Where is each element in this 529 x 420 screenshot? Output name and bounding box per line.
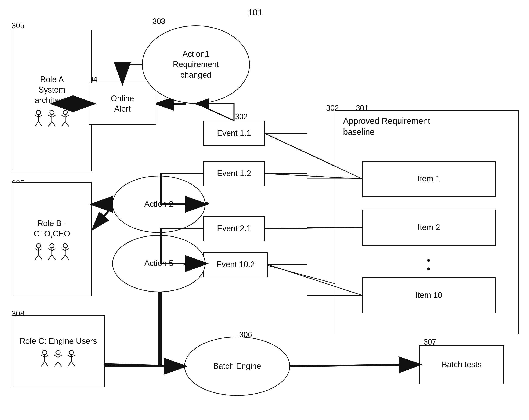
item2-label: Item 2	[418, 222, 440, 233]
event-11-label: Event 1.1	[217, 128, 251, 138]
dots: ••	[427, 256, 431, 273]
figure-a3	[60, 110, 71, 127]
svg-line-34	[35, 249, 39, 251]
svg-line-43	[52, 255, 55, 260]
svg-line-11	[103, 364, 184, 366]
role-c-box: Role C: Engine Users	[12, 315, 105, 387]
approved-baseline-label: Approved Requirementbaseline	[343, 115, 430, 137]
action2-ellipse: Action 2	[112, 176, 205, 233]
svg-line-49	[65, 255, 69, 260]
svg-line-48	[62, 255, 65, 260]
svg-point-26	[63, 110, 67, 115]
label-305: 305	[12, 21, 24, 30]
figure-c3	[66, 350, 77, 367]
svg-line-65	[71, 355, 75, 357]
svg-line-64	[68, 355, 71, 357]
role-a-box: Role ASystemarchitects	[12, 30, 92, 171]
batch-tests-box: Batch tests	[419, 345, 504, 384]
role-a-label: Role ASystemarchitects	[33, 74, 71, 106]
svg-point-44	[63, 244, 67, 248]
svg-line-18	[35, 121, 39, 126]
item1-box: Item 1	[362, 161, 496, 197]
svg-line-36	[35, 255, 39, 260]
action1-ellipse: Action1Requirementchanged	[142, 26, 250, 104]
batch-engine-label: Batch Engine	[213, 361, 261, 371]
event-102-box: Event 10.2	[203, 252, 268, 277]
diagram: 101 305 305 308 304 302 301 302 306 307 …	[0, 0, 529, 420]
svg-point-56	[56, 350, 60, 354]
figure-b2	[46, 243, 58, 260]
item2-box: Item 2	[362, 210, 496, 246]
svg-point-20	[50, 110, 54, 115]
event-12-box: Event 1.2	[203, 161, 265, 186]
action5-label: Action 5	[144, 258, 173, 269]
svg-point-14	[36, 110, 41, 115]
online-alert-label: OnlineAlert	[111, 93, 134, 114]
label-302: 302	[235, 112, 248, 121]
svg-line-24	[48, 121, 52, 126]
batch-tests-label: Batch tests	[442, 359, 482, 370]
svg-line-22	[48, 115, 52, 117]
figure-c1	[39, 350, 51, 367]
svg-line-1	[197, 104, 234, 121]
label-303: 303	[152, 17, 165, 26]
svg-point-38	[50, 244, 54, 248]
event-11-box: Event 1.1	[203, 121, 265, 146]
item10-label: Item 10	[415, 290, 442, 300]
figure-c2	[52, 350, 64, 367]
svg-line-42	[48, 255, 52, 260]
svg-line-35	[39, 249, 42, 251]
svg-point-62	[69, 350, 73, 354]
online-alert-box: OnlineAlert	[89, 83, 156, 125]
svg-line-29	[65, 115, 69, 117]
svg-line-59	[58, 355, 62, 357]
svg-line-67	[71, 362, 75, 367]
role-b-box: Role B -CTO,CEO	[12, 182, 92, 296]
svg-point-50	[42, 350, 47, 354]
svg-line-3	[93, 203, 115, 229]
svg-line-12	[290, 365, 419, 366]
svg-line-46	[62, 249, 65, 251]
svg-line-17	[39, 115, 42, 117]
action2-label: Action 2	[144, 199, 173, 209]
svg-point-32	[36, 244, 41, 248]
svg-line-31	[65, 121, 69, 126]
svg-line-25	[52, 121, 55, 126]
svg-line-61	[58, 362, 62, 367]
figure-b3	[60, 243, 71, 260]
item10-box: Item 10	[362, 277, 496, 313]
svg-line-55	[45, 362, 48, 367]
event-12-label: Event 1.2	[217, 168, 251, 179]
svg-line-54	[41, 362, 45, 367]
svg-line-37	[39, 255, 42, 260]
figure-b1	[33, 243, 44, 260]
figure-a2	[46, 110, 58, 127]
role-c-label: Role C: Engine Users	[19, 336, 97, 346]
svg-line-23	[52, 115, 55, 117]
action1-label: Action1Requirementchanged	[173, 49, 219, 80]
svg-line-28	[62, 115, 65, 117]
role-b-label: Role B -CTO,CEO	[33, 218, 71, 239]
svg-line-16	[35, 115, 39, 117]
svg-line-58	[54, 355, 58, 357]
event-102-label: Event 10.2	[216, 259, 255, 270]
svg-line-60	[54, 362, 58, 367]
main-title: 101	[248, 7, 263, 18]
svg-line-41	[52, 249, 55, 251]
svg-line-30	[62, 121, 65, 126]
svg-line-53	[45, 355, 48, 357]
svg-line-47	[65, 249, 69, 251]
figure-a1	[33, 110, 44, 127]
action5-ellipse: Action 5	[112, 235, 205, 292]
batch-engine-ellipse: Batch Engine	[184, 337, 290, 396]
svg-line-40	[48, 249, 52, 251]
event-21-box: Event 2.1	[203, 216, 265, 241]
svg-line-19	[39, 121, 42, 126]
svg-line-66	[68, 362, 71, 367]
svg-line-52	[41, 355, 45, 357]
svg-line-77	[290, 365, 419, 366]
item1-label: Item 1	[418, 174, 440, 184]
event-21-label: Event 2.1	[217, 223, 251, 234]
